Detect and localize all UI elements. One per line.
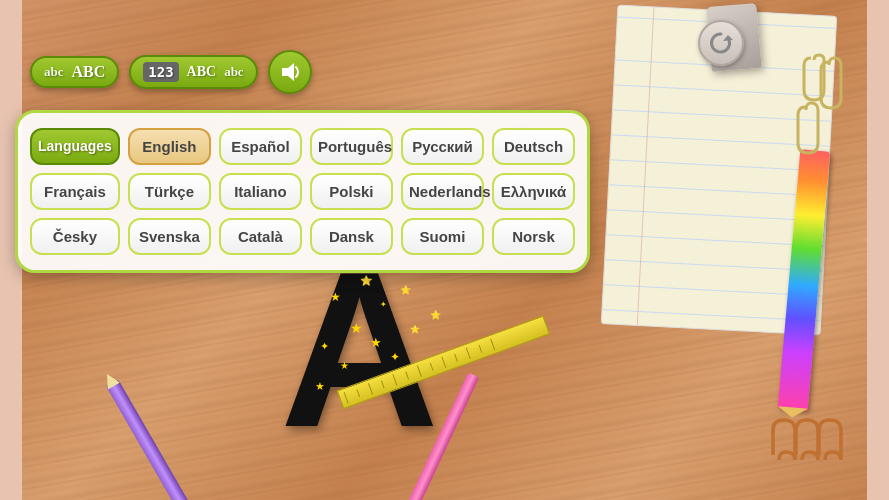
lang-btn-portugues[interactable]: Português	[310, 128, 393, 165]
paperclips-bottom	[764, 410, 844, 470]
sound-button[interactable]	[268, 50, 312, 94]
btn-abc-label: abc	[44, 64, 64, 80]
paperclips-right-top	[794, 50, 854, 170]
toolbar: abc ABC 123 ABC abc	[30, 50, 312, 94]
lang-btn-francais[interactable]: Français	[30, 173, 120, 210]
btn-ABC2-label: ABC	[187, 64, 217, 80]
reset-button[interactable]	[698, 20, 744, 66]
lang-btn-nederlands[interactable]: Nederlands	[401, 173, 484, 210]
wall-right	[867, 0, 889, 500]
svg-marker-0	[723, 35, 733, 41]
lang-btn-norsk[interactable]: Norsk	[492, 218, 575, 255]
languages-header: Languages	[30, 128, 120, 165]
mode-btn-lowercase-uppercase[interactable]: abc ABC	[30, 56, 119, 88]
btn-abc2-label: abc	[224, 64, 244, 80]
language-panel: Languages English Español Português Русс…	[15, 110, 590, 273]
lang-btn-svenska[interactable]: Svenska	[128, 218, 211, 255]
lang-btn-italiano[interactable]: Italiano	[219, 173, 302, 210]
btn-123-label: 123	[143, 62, 178, 82]
lang-btn-turkce[interactable]: Türkçe	[128, 173, 211, 210]
lang-btn-catala[interactable]: Català	[219, 218, 302, 255]
reset-icon	[708, 30, 734, 56]
lang-btn-deutsch[interactable]: Deutsch	[492, 128, 575, 165]
lang-btn-espanol[interactable]: Español	[219, 128, 302, 165]
sound-icon	[279, 61, 301, 83]
lang-btn-greek[interactable]: Ελληνικά	[492, 173, 575, 210]
lang-btn-polski[interactable]: Polski	[310, 173, 393, 210]
lang-btn-russian[interactable]: Русский	[401, 128, 484, 165]
svg-marker-1	[282, 63, 294, 81]
letter-display: A	[280, 240, 439, 460]
btn-ABC-label: ABC	[72, 63, 106, 81]
lang-btn-english[interactable]: English	[128, 128, 211, 165]
mode-btn-numbers[interactable]: 123 ABC abc	[129, 55, 257, 89]
lang-btn-cesky[interactable]: Česky	[30, 218, 120, 255]
lang-btn-dansk[interactable]: Dansk	[310, 218, 393, 255]
lang-btn-suomi[interactable]: Suomi	[401, 218, 484, 255]
